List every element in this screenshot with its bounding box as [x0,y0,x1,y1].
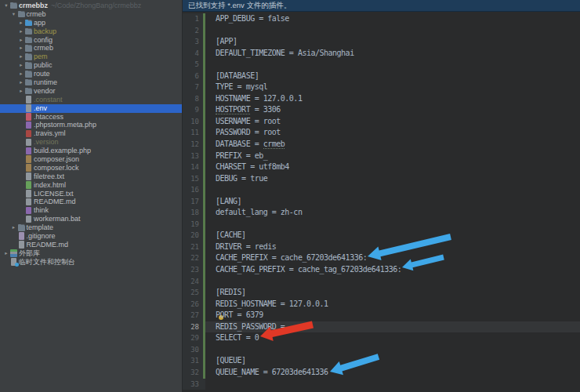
tree-item[interactable]: ▸runtime [0,78,182,87]
code-line[interactable]: 14CHARSET = utf8mb4 [183,162,580,173]
chevron-right-icon[interactable]: ▸ [17,53,25,61]
code-line[interactable]: 12DATABASE = crmeb [183,139,580,151]
tree-item-label: .version [34,138,59,147]
chevron-right-icon[interactable]: ▸ [10,223,18,232]
tree-item[interactable]: ▸app [0,19,182,27]
tree-item[interactable]: 临时文件和控制台 [0,258,182,267]
chevron-right-icon[interactable]: ▸ [17,70,25,78]
file-icon [25,104,34,112]
code-line[interactable]: 26REDIS_HOSTNAME = 127.0.0.1 [183,299,580,310]
code-line[interactable]: 10USERNAME = root [183,116,580,128]
code-line[interactable]: 5 [183,59,580,71]
tree-item[interactable]: build.example.php [0,147,182,155]
code-line[interactable]: 30 [183,344,580,356]
code-line[interactable]: 33 [183,379,580,390]
line-number: 1 [183,13,202,25]
tree-item[interactable]: composer.json [0,155,182,164]
typo-underline: HOSTPORT [216,105,250,114]
tree-item[interactable]: ▾crmebbz~/Code/ZhongBang/crmebbz [0,2,182,10]
code-line[interactable]: 17[LANG] [183,196,580,208]
tree-item[interactable]: ▸crmeb [0,44,182,53]
code-line[interactable]: 23CACHE_TAG_PREFIX = cache_tag_67203de64… [183,264,580,276]
tree-item[interactable]: .constant [0,96,182,104]
code-line[interactable]: 31[QUEUE] [183,355,580,367]
code-text: DATABASE = crmeb [205,139,580,151]
code-line[interactable]: 19 [183,219,580,230]
code-line[interactable]: 4DEFAULT_TIMEZONE = Asia/Shanghai [183,48,580,60]
tree-item-label: .gitignore [27,232,56,241]
tree-item[interactable]: .phpstorm.meta.php [0,121,182,129]
code-text: [QUEUE] [205,355,580,367]
code-line[interactable]: 6[DATABASE] [183,71,580,82]
code-line[interactable]: 15DEBUG = true [183,173,580,185]
code-text: CHARSET = utf8mb4 [205,162,580,173]
chevron-right-icon[interactable]: ▸ [17,87,25,96]
code-line[interactable]: 24 [183,276,580,288]
tree-item[interactable]: filetree.txt [0,172,182,181]
panel-splitter[interactable] [181,0,183,392]
code-line[interactable]: 16 [183,184,580,196]
code-line[interactable]: 28REDIS_PASSWORD = [183,321,580,333]
code-area[interactable]: 1APP_DEBUG = false23[APP]4DEFAULT_TIMEZO… [183,12,580,390]
tree-item[interactable]: ▸pem [0,53,182,61]
code-line[interactable]: 9HOSTPORT = 3306 [183,104,580,116]
code-line[interactable]: 21DRIVER = redis [183,241,580,253]
code-text: PORT = 6379 [205,310,580,321]
tree-item[interactable]: .htaccess [0,113,182,122]
code-line[interactable]: 3[APP] [183,36,580,48]
code-line[interactable]: 18default_lang = zh-cn [183,207,580,219]
tree-item[interactable]: .version [0,138,182,147]
chevron-right-icon[interactable]: ▸ [2,249,10,258]
code-text: QUEUE_NAME = 67203de641336 [205,367,580,379]
file-icon [25,139,34,147]
tree-item-label: composer.lock [34,164,79,172]
code-line[interactable]: 13PREFIX = eb_ [183,151,580,162]
tree-item[interactable]: workerman.bat [0,215,182,223]
code-line[interactable]: 2 [183,25,580,37]
tree-item[interactable]: composer.lock [0,164,182,172]
tree-item[interactable]: index.html [0,181,182,190]
chevron-right-icon[interactable]: ▸ [17,61,25,70]
code-text: [CACHE] [205,230,580,241]
code-line[interactable]: 22CACHE_PREFIX = cache_67203de641336: [183,252,580,264]
code-line[interactable]: 8HOSTNAME = 127.0.0.1 [183,93,580,105]
tree-item[interactable]: .env [0,104,182,113]
tree-item[interactable]: README.md [0,198,182,206]
tree-item[interactable]: ▸template [0,223,182,232]
tree-item[interactable]: README.md [0,241,182,249]
chevron-right-icon[interactable]: ▸ [17,27,25,36]
tree-item[interactable]: ▸route [0,70,182,78]
code-line[interactable]: 27PORT = 6379 [183,310,580,321]
line-number: 22 [183,252,202,264]
chevron-down-icon[interactable]: ▾ [10,10,18,19]
chevron-down-icon[interactable]: ▾ [2,2,10,10]
tree-item[interactable]: ▾crmeb [0,10,182,19]
tree-item[interactable]: think [0,206,182,215]
code-line[interactable]: 25[REDIS] [183,287,580,299]
folder-icon [25,62,34,70]
tree-item[interactable]: ▸public [0,61,182,70]
line-number: 24 [183,276,202,288]
tree-item[interactable]: .travis.yml [0,129,182,138]
code-line[interactable]: 32QUEUE_NAME = 67203de641336 [183,367,580,379]
chevron-right-icon[interactable]: ▸ [17,44,25,53]
chevron-right-icon[interactable]: ▸ [17,36,25,45]
line-number: 30 [183,344,202,356]
tree-item[interactable]: .gitignore [0,232,182,241]
tree-item[interactable]: ▸vendor [0,87,182,96]
line-number: 14 [183,162,202,173]
code-line[interactable]: 11PASSWORD = root [183,127,580,139]
code-line[interactable]: 7TYPE = mysql [183,82,580,93]
chevron-right-icon[interactable]: ▸ [17,19,25,27]
chevron-right-icon[interactable]: ▸ [17,78,25,87]
tree-item[interactable]: ▸backup [0,27,182,36]
tree-item[interactable]: ▸config [0,36,182,45]
tree-item[interactable]: ▸外部库 [0,249,182,258]
line-number: 28 [183,321,202,333]
file-yaml-icon [25,130,34,138]
code-line[interactable]: 1APP_DEBUG = false [183,13,580,25]
tree-item[interactable]: LICENSE.txt [0,190,182,198]
code-line[interactable]: 29SELECT = 0 [183,332,580,344]
code-line[interactable]: 20[CACHE] [183,230,580,241]
folder-icon [25,71,34,78]
